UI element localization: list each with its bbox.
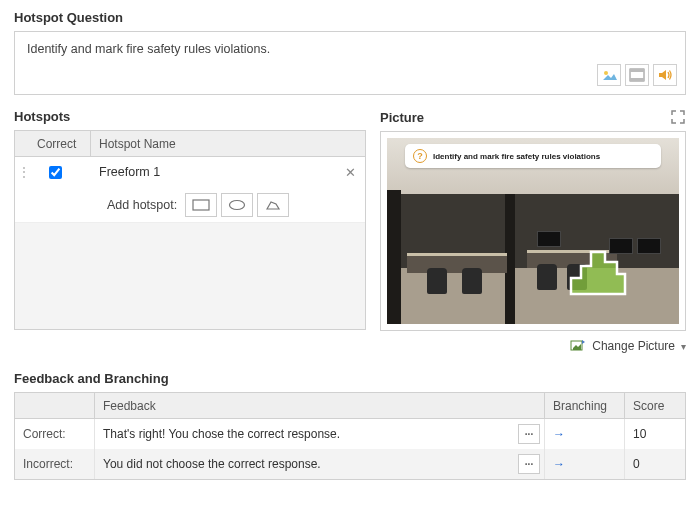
change-picture-button[interactable]: Change Picture ▾ — [380, 339, 686, 353]
picture-banner: ? Identify and mark fire safety rules vi… — [405, 144, 661, 168]
insert-audio-button[interactable] — [653, 64, 677, 86]
section-title-hotspots: Hotspots — [14, 109, 70, 124]
branching-button[interactable]: → — [553, 427, 565, 441]
hotspot-row: ⋮ Freeform 1 ✕ — [15, 157, 365, 187]
hotspot-freeform-shape[interactable] — [565, 248, 629, 298]
score-cell[interactable]: 10 — [625, 419, 685, 449]
section-title-picture: Picture — [380, 110, 424, 125]
svg-point-8 — [230, 200, 245, 209]
add-freeform-hotspot-button[interactable] — [257, 193, 289, 217]
feedback-text: You did not choose the correct response. — [103, 457, 321, 471]
picture-banner-text: Identify and mark fire safety rules viol… — [433, 152, 600, 161]
edit-feedback-button[interactable]: ··· — [518, 454, 540, 474]
feedback-header-row: Feedback Branching Score — [15, 393, 685, 419]
hotspot-correct-checkbox[interactable] — [49, 166, 62, 179]
feedback-text: That's right! You chose the correct resp… — [103, 427, 340, 441]
svg-rect-5 — [630, 78, 644, 81]
svg-point-1 — [604, 71, 608, 75]
svg-rect-4 — [630, 69, 644, 72]
hotspot-correct-cell — [31, 163, 91, 182]
expand-picture-button[interactable] — [670, 109, 686, 125]
svg-marker-12 — [573, 344, 581, 350]
svg-rect-7 — [193, 200, 209, 210]
feedback-header-feedback: Feedback — [95, 393, 545, 418]
hotspots-header-correct: Correct — [31, 131, 91, 156]
delete-hotspot-button[interactable]: ✕ — [335, 165, 365, 180]
change-picture-label: Change Picture — [592, 339, 675, 353]
feedback-header-branching: Branching — [545, 393, 625, 418]
chevron-down-icon: ▾ — [681, 341, 686, 352]
feedback-text-cell[interactable]: That's right! You chose the correct resp… — [95, 419, 545, 449]
add-rectangle-hotspot-button[interactable] — [185, 193, 217, 217]
hotspots-header-row: Correct Hotspot Name — [15, 131, 365, 157]
hotspots-table: Correct Hotspot Name ⋮ Freeform 1 ✕ Add … — [14, 130, 366, 330]
drag-handle-icon[interactable]: ⋮ — [15, 165, 31, 179]
feedback-row-incorrect: Incorrect: You did not choose the correc… — [15, 449, 685, 479]
feedback-row-label: Correct: — [15, 419, 95, 449]
edit-feedback-button[interactable]: ··· — [518, 424, 540, 444]
hotspot-name-cell[interactable]: Freeform 1 — [91, 165, 335, 179]
feedback-text-cell[interactable]: You did not choose the correct response.… — [95, 449, 545, 479]
feedback-row-correct: Correct: That's right! You chose the cor… — [15, 419, 685, 449]
section-title-feedback: Feedback and Branching — [14, 371, 686, 386]
section-title-hotspot-question: Hotspot Question — [14, 10, 686, 25]
svg-marker-2 — [603, 74, 617, 80]
add-oval-hotspot-button[interactable] — [221, 193, 253, 217]
svg-marker-9 — [267, 202, 279, 209]
hotspots-header-name: Hotspot Name — [91, 137, 365, 151]
change-picture-icon — [570, 339, 586, 353]
score-cell[interactable]: 0 — [625, 449, 685, 479]
branching-button[interactable]: → — [553, 457, 565, 471]
media-buttons — [597, 64, 677, 86]
question-text: Identify and mark fire safety rules viol… — [27, 42, 673, 56]
insert-image-button[interactable] — [597, 64, 621, 86]
question-mark-icon: ? — [413, 149, 427, 163]
picture-preview[interactable]: ? Identify and mark fire safety rules vi… — [380, 131, 686, 331]
office-scene-image: ? Identify and mark fire safety rules vi… — [387, 138, 679, 324]
feedback-header-score: Score — [625, 393, 685, 418]
insert-video-button[interactable] — [625, 64, 649, 86]
question-box[interactable]: Identify and mark fire safety rules viol… — [14, 31, 686, 95]
add-hotspot-label: Add hotspot: — [107, 198, 177, 212]
add-hotspot-row: Add hotspot: — [15, 187, 365, 223]
svg-marker-6 — [659, 70, 666, 80]
feedback-row-label: Incorrect: — [15, 449, 95, 479]
feedback-table: Feedback Branching Score Correct: That's… — [14, 392, 686, 480]
svg-marker-10 — [571, 252, 625, 294]
